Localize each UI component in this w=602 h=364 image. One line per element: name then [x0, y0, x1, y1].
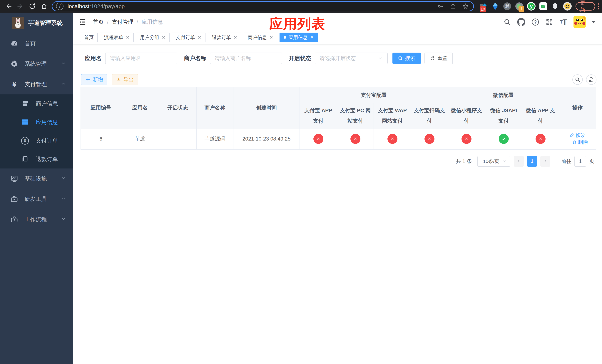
tab-close-icon[interactable] [310, 35, 314, 39]
status-fail-icon [536, 134, 546, 144]
browser-menu-icon[interactable] [598, 3, 599, 10]
add-button[interactable]: 新增 [81, 74, 107, 85]
toggle-search-button[interactable] [572, 75, 583, 85]
browser-forward-icon[interactable] [16, 2, 24, 10]
sidebar-item-workflow[interactable]: 工作流程 [0, 209, 73, 230]
yen-icon: ¥ [10, 80, 18, 88]
plus-icon [85, 77, 91, 82]
sidebar-item-merchant-info[interactable]: 商户信息 [0, 95, 73, 113]
tab-close-icon[interactable] [269, 35, 273, 39]
page-annotation-title: 应用列表 [269, 15, 325, 33]
tab-refund-order[interactable]: 退款订单 [208, 32, 241, 42]
sidebar-item-payment[interactable]: ¥ 支付管理 [0, 74, 73, 95]
tab-user-group[interactable]: 用户分组 [136, 32, 170, 42]
extension-chat-icon[interactable] [539, 2, 548, 11]
tab-close-icon[interactable] [197, 35, 201, 39]
extension-y-icon[interactable]: y [527, 2, 536, 11]
cell-wx-lite [448, 128, 485, 150]
chevron-down-icon [61, 175, 66, 182]
github-icon[interactable] [517, 18, 525, 26]
address-bar[interactable]: i localhost:1024/pay/app [52, 1, 474, 11]
page-size-select[interactable]: 10条/页 [477, 156, 510, 167]
page-number-label: 1 [531, 159, 533, 164]
tab-home[interactable]: 首页 [80, 32, 98, 42]
reset-button[interactable]: 重置 [424, 53, 453, 64]
tab-process-form[interactable]: 流程表单 [100, 32, 134, 42]
add-button-label: 新增 [93, 76, 103, 83]
table-grid-icon [21, 118, 29, 126]
breadcrumb-home[interactable]: 首页 [93, 18, 104, 26]
fullscreen-icon[interactable] [545, 18, 553, 26]
chevron-right-icon [543, 159, 548, 163]
tab-close-icon[interactable] [126, 35, 129, 39]
table-row: 6 芋道 芋道源码 2021-10-23 08:49:25 [81, 128, 596, 150]
merchant-name-input[interactable] [210, 53, 282, 64]
search-button[interactable]: 搜索 [392, 53, 421, 64]
sidebar-item-home[interactable]: 首页 [0, 33, 73, 54]
breadcrumb-payment[interactable]: 支付管理 [112, 18, 133, 26]
status-select-placeholder: 请选择开启状态 [320, 55, 378, 62]
extension-pin-icon[interactable]: 10 [479, 2, 488, 11]
cell-alipay-app [300, 128, 337, 150]
avatar-dropdown-caret[interactable] [592, 21, 596, 23]
delete-label: 删除 [578, 139, 588, 146]
browser-update-button[interactable]: 更新 [576, 2, 595, 11]
app-name-input[interactable] [105, 53, 177, 64]
sidebar-item-dev-tools[interactable]: 研发工具 [0, 189, 73, 209]
tab-label: 用户分组 [140, 34, 159, 41]
refresh-table-button[interactable] [586, 75, 596, 85]
browser-home-icon[interactable] [40, 2, 48, 10]
col-app-name: 应用名 [121, 87, 159, 128]
status-select[interactable]: 请选择开启状态 [315, 53, 388, 64]
chevron-down-icon [378, 56, 383, 61]
tab-pay-order[interactable]: 支付订单 [172, 32, 205, 42]
next-page-button[interactable] [540, 156, 550, 167]
site-info-icon[interactable]: i [56, 3, 64, 10]
search-button-label: 搜索 [405, 55, 416, 62]
app-table: 应用编号 应用名 开启状态 商户名称 创建时间 支付宝配置 微信配置 操作 支付… [81, 87, 596, 150]
status-fail-icon [462, 134, 472, 144]
bookmark-star-icon[interactable] [462, 2, 470, 10]
extension-kite-icon[interactable] [491, 2, 500, 11]
extensions-puzzle-icon[interactable] [551, 2, 560, 11]
export-button[interactable]: 导出 [112, 74, 138, 85]
sidebar-item-pay-order[interactable]: ¥ 支付订单 [0, 131, 73, 150]
user-avatar[interactable] [573, 16, 586, 28]
tab-app-info[interactable]: 应用信息 [280, 32, 318, 42]
sidebar-item-system[interactable]: 系统管理 [0, 54, 73, 74]
sidebar-item-label: 系统管理 [25, 60, 47, 68]
download-icon [116, 77, 121, 82]
browser-back-icon[interactable] [4, 2, 13, 10]
toolbox-icon [10, 215, 18, 224]
extension-command-icon[interactable]: ⌘ [503, 2, 512, 11]
browser-profile-avatar[interactable] [563, 2, 572, 11]
app-name-label: 应用名 [85, 55, 101, 62]
sidebar-collapse-icon[interactable] [78, 18, 87, 26]
font-size-icon[interactable]: TT [559, 18, 568, 26]
tab-merchant-info[interactable]: 商户信息 [244, 32, 277, 42]
sidebar-item-label: 商户信息 [36, 100, 58, 107]
sidebar-item-refund-order[interactable]: 退款订单 [0, 150, 73, 169]
extension-session-icon[interactable]: 1 [515, 2, 524, 11]
prev-page-button[interactable] [514, 156, 524, 167]
help-icon[interactable]: ? [531, 18, 539, 26]
cell-created: 2021-10-23 08:49:25 [233, 128, 300, 150]
sidebar-item-app-info[interactable]: 应用信息 [0, 113, 73, 131]
goto-page-input[interactable] [574, 156, 586, 167]
password-key-icon[interactable] [436, 2, 444, 10]
sidebar-item-label: 研发工具 [25, 195, 47, 203]
browser-reload-icon[interactable] [28, 2, 36, 10]
status-fail-icon [424, 134, 434, 144]
tab-close-icon[interactable] [233, 35, 237, 39]
share-icon[interactable] [449, 2, 457, 10]
sidebar-item-infra[interactable]: 基础设施 [0, 169, 73, 189]
cell-merchant: 芋道源码 [196, 128, 233, 150]
delete-button[interactable]: 删除 [572, 139, 588, 146]
col-app-id: 应用编号 [81, 87, 121, 128]
page-number-1[interactable]: 1 [527, 156, 537, 167]
header-search-icon[interactable] [503, 18, 511, 26]
cell-status [159, 128, 196, 150]
edit-button[interactable]: 修改 [570, 132, 586, 139]
tab-close-icon[interactable] [161, 35, 165, 39]
app-logo-row[interactable]: 芋道管理系统 [0, 13, 73, 33]
